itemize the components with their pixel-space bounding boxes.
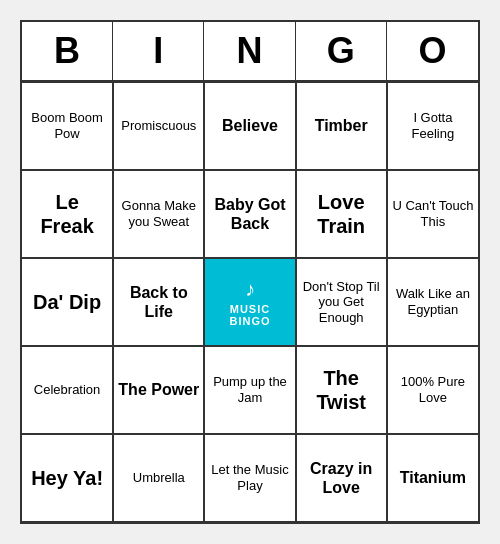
cell-song-title: Believe: [222, 116, 278, 135]
cell-song-title: Pump up the Jam: [209, 374, 290, 405]
bingo-cell: Promiscuous: [113, 82, 204, 170]
bingo-cell: Hey Ya!: [22, 434, 113, 522]
bingo-cell: Celebration: [22, 346, 113, 434]
header-letter: N: [204, 22, 295, 80]
cell-song-title: Hey Ya!: [31, 466, 103, 490]
free-label-music: MUSIC: [230, 303, 270, 315]
header-letter: I: [113, 22, 204, 80]
cell-song-title: U Can't Touch This: [392, 198, 474, 229]
cell-song-title: Celebration: [34, 382, 101, 398]
bingo-header: BINGO: [22, 22, 478, 82]
bingo-cell: Let the Music Play: [204, 434, 295, 522]
bingo-cell: Baby Got Back: [204, 170, 295, 258]
header-letter: B: [22, 22, 113, 80]
bingo-cell: Believe: [204, 82, 295, 170]
bingo-cell: ♪MUSICBINGO: [204, 258, 295, 346]
bingo-cell: Love Train: [296, 170, 387, 258]
bingo-cell: The Power: [113, 346, 204, 434]
cell-song-title: Le Freak: [26, 190, 108, 238]
cell-song-title: The Power: [118, 380, 199, 399]
cell-song-title: Da' Dip: [33, 290, 101, 314]
bingo-grid: Boom Boom PowPromiscuousBelieveTimberI G…: [22, 82, 478, 522]
bingo-cell: Walk Like an Egyptian: [387, 258, 478, 346]
bingo-cell: Timber: [296, 82, 387, 170]
cell-song-title: Gonna Make you Sweat: [118, 198, 199, 229]
header-letter: G: [296, 22, 387, 80]
bingo-cell: Da' Dip: [22, 258, 113, 346]
cell-song-title: Timber: [315, 116, 368, 135]
cell-song-title: Let the Music Play: [209, 462, 290, 493]
bingo-cell: Umbrella: [113, 434, 204, 522]
bingo-cell: Back to Life: [113, 258, 204, 346]
bingo-cell: I Gotta Feeling: [387, 82, 478, 170]
bingo-cell: Pump up the Jam: [204, 346, 295, 434]
bingo-cell: Le Freak: [22, 170, 113, 258]
cell-song-title: Walk Like an Egyptian: [392, 286, 474, 317]
cell-song-title: The Twist: [301, 366, 382, 414]
cell-song-title: I Gotta Feeling: [392, 110, 474, 141]
bingo-cell: 100% Pure Love: [387, 346, 478, 434]
free-space-content: ♪MUSICBINGO: [229, 278, 270, 327]
bingo-cell: Crazy in Love: [296, 434, 387, 522]
cell-song-title: Titanium: [400, 468, 466, 487]
bingo-cell: Boom Boom Pow: [22, 82, 113, 170]
bingo-card: BINGO Boom Boom PowPromiscuousBelieveTim…: [20, 20, 480, 524]
cell-song-title: Crazy in Love: [301, 459, 382, 497]
bingo-cell: Gonna Make you Sweat: [113, 170, 204, 258]
cell-song-title: 100% Pure Love: [392, 374, 474, 405]
music-note-icon: ♪: [245, 278, 255, 301]
cell-song-title: Promiscuous: [121, 118, 196, 134]
cell-song-title: Back to Life: [118, 283, 199, 321]
cell-song-title: Baby Got Back: [209, 195, 290, 233]
bingo-cell: The Twist: [296, 346, 387, 434]
bingo-cell: Don't Stop Til you Get Enough: [296, 258, 387, 346]
bingo-cell: U Can't Touch This: [387, 170, 478, 258]
free-label-bingo: BINGO: [229, 315, 270, 327]
cell-song-title: Boom Boom Pow: [26, 110, 108, 141]
header-letter: O: [387, 22, 478, 80]
cell-song-title: Umbrella: [133, 470, 185, 486]
cell-song-title: Love Train: [301, 190, 382, 238]
cell-song-title: Don't Stop Til you Get Enough: [301, 279, 382, 326]
bingo-cell: Titanium: [387, 434, 478, 522]
